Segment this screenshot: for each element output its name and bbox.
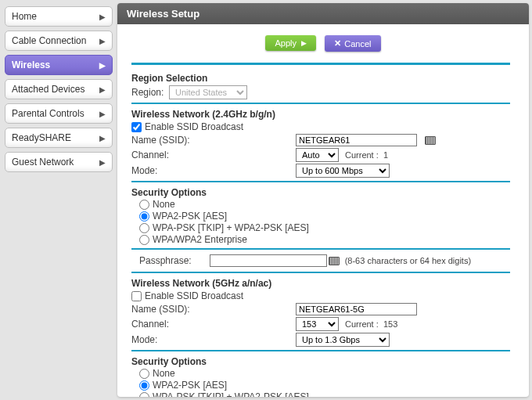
- sec5-section-title: Security Options: [131, 356, 510, 367]
- sec5-none-radio[interactable]: [139, 369, 149, 379]
- nav-parental-controls[interactable]: Parental Controls▶: [5, 103, 113, 124]
- cancel-label: Cancel: [344, 39, 371, 49]
- nav-cable-connection[interactable]: Cable Connection▶: [5, 31, 113, 51]
- sec24-wpamix-label: WPA-PSK [TKIP] + WPA2-PSK [AES]: [153, 222, 309, 233]
- channel-24-label: Channel:: [131, 150, 296, 160]
- mode-5-label: Mode:: [131, 334, 296, 345]
- divider: [131, 272, 510, 273]
- page-title: Wireless Setup: [117, 3, 529, 24]
- nav-label: Attached Devices: [12, 84, 84, 95]
- sec24-wpa2psk-radio[interactable]: [139, 211, 149, 222]
- region-row: Region: United States: [131, 85, 510, 99]
- nav-home[interactable]: Home▶: [5, 6, 113, 27]
- close-icon: ✕: [334, 38, 341, 49]
- sec5-wpa2psk-radio[interactable]: [139, 380, 149, 391]
- play-icon: ▶: [301, 39, 307, 47]
- enable-ssid-24-checkbox[interactable]: [131, 122, 142, 132]
- ssid-24-label: Name (SSID):: [131, 135, 296, 146]
- sidebar: Home▶ Cable Connection▶ Wireless▶ Attach…: [0, 0, 117, 400]
- keyboard-icon[interactable]: [425, 136, 436, 145]
- keyboard-icon[interactable]: [329, 257, 340, 265]
- channel-5-select[interactable]: 153: [296, 317, 339, 331]
- nav-guest-network[interactable]: Guest Network▶: [5, 152, 113, 172]
- channel-5-label: Channel:: [131, 319, 296, 330]
- nav-label: Parental Controls: [12, 108, 84, 119]
- region-section-title: Region Selection: [131, 73, 510, 84]
- current-24-label: Current :: [345, 150, 379, 160]
- ssid-24-input[interactable]: [296, 134, 417, 146]
- mode-24-label: Mode:: [131, 165, 296, 176]
- sec5-wpamix-radio[interactable]: [139, 392, 149, 398]
- current-24-value: 1: [383, 150, 388, 160]
- sec24-section-title: Security Options: [131, 187, 510, 198]
- net24-section-title: Wireless Network (2.4GHz b/g/n): [131, 109, 510, 120]
- sec24-wpamix-radio[interactable]: [139, 223, 149, 233]
- divider: [131, 103, 510, 104]
- mode-5-select[interactable]: Up to 1.3 Gbps: [296, 333, 390, 347]
- net5-section-title: Wireless Network (5GHz a/n/ac): [131, 278, 510, 289]
- nav-attached-devices[interactable]: Attached Devices▶: [5, 79, 113, 99]
- chevron-right-icon: ▶: [99, 61, 106, 70]
- enable-ssid-24-row: Enable SSID Broadcast: [131, 121, 510, 132]
- passphrase-input[interactable]: [210, 254, 327, 267]
- apply-button[interactable]: Apply▶: [265, 35, 316, 51]
- enable-ssid-5-row: Enable SSID Broadcast: [131, 290, 510, 301]
- current-5-value: 153: [383, 319, 397, 329]
- nav-label: ReadySHARE: [12, 132, 71, 143]
- chevron-right-icon: ▶: [99, 37, 106, 45]
- chevron-right-icon: ▶: [99, 110, 106, 118]
- chevron-right-icon: ▶: [99, 158, 106, 167]
- button-bar: Apply▶ ✕Cancel: [117, 24, 529, 59]
- chevron-right-icon: ▶: [99, 85, 106, 94]
- panel: Wireless Setup Apply▶ ✕Cancel Region Sel…: [117, 3, 529, 397]
- chevron-right-icon: ▶: [99, 134, 106, 142]
- enable-ssid-5-checkbox[interactable]: [131, 291, 142, 301]
- content-scroll[interactable]: Region Selection Region: United States W…: [117, 59, 529, 397]
- ssid-5-label: Name (SSID):: [131, 304, 296, 315]
- passphrase-help: (8-63 characters or 64 hex digits): [345, 256, 471, 265]
- sec5-wpamix-label: WPA-PSK [TKIP] + WPA2-PSK [AES]: [153, 391, 309, 397]
- nav-wireless[interactable]: Wireless▶: [5, 55, 113, 75]
- sec24-enterprise-radio[interactable]: [139, 235, 149, 245]
- channel-24-select[interactable]: Auto: [296, 148, 339, 162]
- sec24-enterprise-label: WPA/WPA2 Enterprise: [153, 234, 247, 245]
- nav-label: Cable Connection: [12, 35, 86, 46]
- current-5-label: Current :: [345, 319, 379, 329]
- cancel-button[interactable]: ✕Cancel: [325, 35, 380, 52]
- region-select[interactable]: United States: [169, 85, 247, 99]
- sec5-none-label: None: [153, 368, 175, 379]
- enable-ssid-24-label: Enable SSID Broadcast: [145, 121, 243, 132]
- ssid-5-input[interactable]: [296, 303, 417, 315]
- divider: [131, 350, 510, 351]
- nav-label: Home: [12, 11, 37, 22]
- nav-label: Guest Network: [12, 157, 74, 168]
- divider: [131, 181, 510, 182]
- sec24-none-radio[interactable]: [139, 200, 149, 210]
- region-label: Region:: [131, 87, 164, 98]
- sec24-none-label: None: [153, 199, 175, 210]
- passphrase-label: Passphrase:: [139, 255, 210, 266]
- nav-label: Wireless: [12, 59, 50, 70]
- sec24-wpa2psk-label: WPA2-PSK [AES]: [153, 211, 227, 222]
- chevron-right-icon: ▶: [99, 13, 106, 21]
- divider: [131, 248, 510, 250]
- nav-readyshare[interactable]: ReadySHARE▶: [5, 128, 113, 148]
- enable-ssid-5-label: Enable SSID Broadcast: [145, 290, 243, 301]
- sec5-wpa2psk-label: WPA2-PSK [AES]: [153, 380, 227, 391]
- apply-label: Apply: [275, 38, 297, 48]
- main: Wireless Setup Apply▶ ✕Cancel Region Sel…: [117, 0, 532, 400]
- mode-24-select[interactable]: Up to 600 Mbps: [296, 164, 390, 178]
- divider: [131, 63, 510, 65]
